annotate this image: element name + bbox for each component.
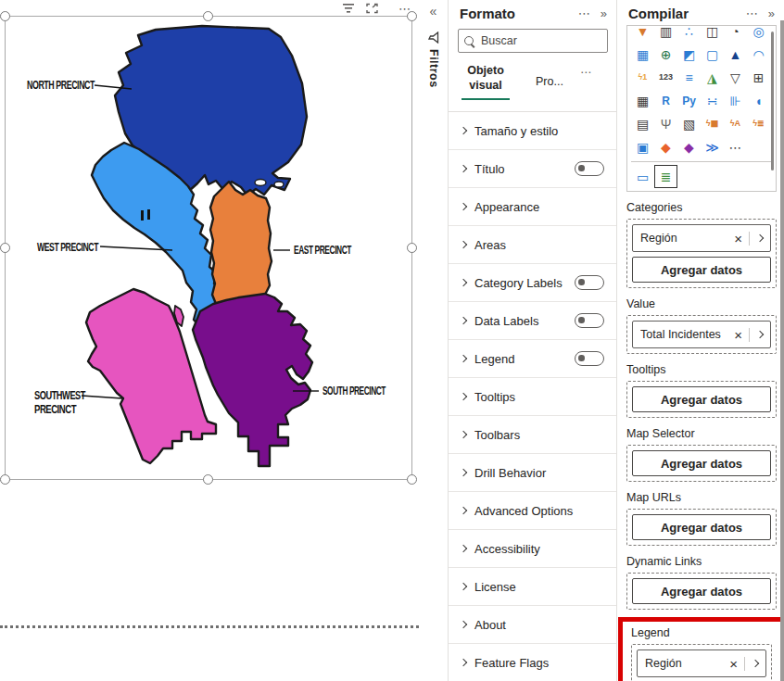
visual-icon-power-apps[interactable]: ◆ bbox=[677, 135, 701, 158]
legend-toggle[interactable] bbox=[575, 351, 604, 366]
format-section-label: Tamaño y estilo bbox=[474, 124, 604, 138]
visual-icon-smart-filter-a[interactable]: ϟA bbox=[724, 112, 747, 135]
format-section-label: Data Labels bbox=[474, 314, 575, 328]
pill-divider bbox=[749, 328, 750, 342]
region-south-precinct[interactable] bbox=[193, 294, 312, 466]
remove-field-icon[interactable]: × bbox=[729, 656, 738, 672]
chevron-right-icon bbox=[460, 621, 467, 628]
filters-pane-collapsed[interactable]: « Filtros bbox=[419, 0, 449, 681]
tab-objeto-visual[interactable]: Objeto visual bbox=[462, 64, 510, 100]
field-pill-total-incidentes[interactable]: Total Incidentes× bbox=[632, 321, 771, 348]
visual-icon-filled-map[interactable]: ◩ bbox=[677, 43, 701, 66]
field-menu-chevron-icon[interactable] bbox=[756, 234, 764, 242]
format-section-feature-flags[interactable]: Feature Flags bbox=[449, 644, 616, 681]
t-tulo-toggle[interactable] bbox=[575, 161, 604, 176]
visual-icon-matrix[interactable]: ▦ bbox=[631, 89, 654, 112]
collapse-pane-icon[interactable]: » bbox=[768, 6, 775, 20]
visual-icon-power-automate[interactable]: ≫ bbox=[701, 135, 724, 158]
search-input[interactable] bbox=[479, 33, 585, 48]
format-search-box[interactable] bbox=[458, 29, 608, 53]
visual-icon-goals[interactable]: Ψ bbox=[654, 112, 677, 135]
field-menu-chevron-icon[interactable] bbox=[756, 331, 764, 338]
legend-highlight-box: LegendRegión× bbox=[618, 617, 784, 681]
remove-field-icon[interactable]: × bbox=[734, 231, 742, 246]
visualizations-gallery: ▼▥∴◫◔◎▦⊕◩▢▲◠ϟ1123≡◮▽⊞▦RPy∺⊪◖▤Ψ▧ϟ▦ϟAϟ≣▣◆◆… bbox=[626, 25, 777, 192]
visual-icon-multi-row-card[interactable]: ≡ bbox=[677, 66, 701, 89]
field-pill-regi-n[interactable]: Región× bbox=[632, 224, 771, 252]
visual-icon-image[interactable]: ▣ bbox=[631, 135, 654, 158]
field-pill-regi-n[interactable]: Región× bbox=[637, 649, 766, 677]
visual-icon-azure-map[interactable]: ▲ bbox=[724, 43, 747, 66]
visual-icon-drill-down-map[interactable]: ◆ bbox=[654, 135, 677, 158]
collapse-pane-icon[interactable]: » bbox=[601, 6, 607, 20]
visual-icon-donut-chart[interactable]: ◎ bbox=[747, 25, 770, 43]
report-canvas[interactable]: ⋯ NORTH PREC bbox=[0, 0, 420, 681]
add-data-button[interactable]: Agregar datos bbox=[632, 386, 771, 412]
format-section-legend[interactable]: Legend bbox=[449, 340, 616, 378]
format-section-data-labels[interactable]: Data Labels bbox=[449, 302, 616, 340]
format-section-about[interactable]: About bbox=[449, 606, 616, 644]
add-data-button[interactable]: Agregar datos bbox=[632, 514, 771, 540]
format-section-label: Appearance bbox=[474, 200, 604, 214]
format-section-label: Accessibility bbox=[474, 542, 604, 556]
add-data-button[interactable]: Agregar datos bbox=[632, 257, 771, 283]
format-section-toolbars[interactable]: Toolbars bbox=[449, 416, 616, 454]
visual-icon-combo-chart[interactable]: ◫ bbox=[701, 25, 724, 43]
visual-icon-treemap[interactable]: ▦ bbox=[631, 43, 654, 66]
visual-icon-shape-map[interactable]: ▢ bbox=[701, 43, 724, 66]
visual-icon-new-card[interactable]: ϟ1 bbox=[631, 66, 654, 89]
visual-icon-gauge[interactable]: ◠ bbox=[747, 43, 770, 66]
visual-icon-python-script[interactable]: Py bbox=[677, 89, 701, 112]
visual-icon-map[interactable]: ⊕ bbox=[654, 43, 677, 66]
format-section-tama-o-y-estilo[interactable]: Tamaño y estilo bbox=[449, 112, 616, 150]
visual-icon-kpi[interactable]: ◮ bbox=[701, 66, 724, 89]
well-label-map-urls: Map URLs bbox=[626, 491, 777, 504]
format-section-drill-behavior[interactable]: Drill Behavior bbox=[449, 454, 616, 492]
build-pane-scrollbar[interactable] bbox=[780, 20, 784, 681]
visual-icon-pie-chart[interactable]: ◔ bbox=[724, 25, 747, 43]
visual-icon-slicer[interactable]: ▽ bbox=[724, 66, 747, 89]
visual-icon-card[interactable]: 123 bbox=[654, 66, 677, 89]
format-pane-more-icon[interactable]: ⋯ bbox=[578, 6, 591, 20]
visual-icon-histogram[interactable]: ▥ bbox=[654, 25, 677, 43]
tab-propiedades[interactable]: Pro... bbox=[536, 75, 563, 88]
well-label-tooltips: Tooltips bbox=[626, 363, 777, 376]
visual-icon-grid: ▼▥∴◫◔◎▦⊕◩▢▲◠ϟ1123≡◮▽⊞▦RPy∺⊪◖▤Ψ▧ϟ▦ϟAϟ≣▣◆◆… bbox=[627, 25, 774, 188]
visual-icon-decomposition-tree[interactable]: ⊪ bbox=[724, 89, 747, 112]
visual-icon-paginated-report[interactable]: ▤ bbox=[631, 112, 654, 135]
format-section-category-labels[interactable]: Category Labels bbox=[449, 264, 616, 302]
visual-icon-funnel-chart[interactable]: ▼ bbox=[631, 25, 654, 43]
visual-icon-more-visuals[interactable]: ⋯ bbox=[724, 135, 747, 158]
format-section-label: Legend bbox=[474, 352, 575, 366]
visual-icon-custom-visual-card[interactable]: ▭ bbox=[631, 165, 654, 188]
format-section-areas[interactable]: Areas bbox=[449, 226, 616, 264]
format-section-accessibility[interactable]: Accessibility bbox=[449, 530, 616, 568]
format-section-advanced-options[interactable]: Advanced Options bbox=[449, 492, 616, 530]
category-labels-toggle[interactable] bbox=[575, 275, 604, 290]
well-label-value: Value bbox=[626, 297, 777, 310]
tabs-more-icon[interactable]: ⋯ bbox=[580, 66, 592, 79]
format-section-appearance[interactable]: Appearance bbox=[449, 188, 616, 226]
add-data-button[interactable]: Agregar datos bbox=[632, 578, 771, 604]
visual-icon-synoptic-panel[interactable]: ≣ bbox=[654, 165, 677, 188]
remove-field-icon[interactable]: × bbox=[734, 327, 742, 343]
visual-icon-scatter-chart[interactable]: ∴ bbox=[677, 25, 701, 43]
visual-icon-smart-filter-grid[interactable]: ϟ▦ bbox=[701, 112, 724, 135]
visual-icon-r-script[interactable]: R bbox=[654, 89, 677, 112]
data-labels-toggle[interactable] bbox=[575, 313, 604, 328]
add-data-button[interactable]: Agregar datos bbox=[632, 450, 771, 476]
visual-icon-table[interactable]: ⊞ bbox=[747, 66, 770, 89]
visual-icon-power-bi-report[interactable]: ▧ bbox=[677, 112, 701, 135]
format-section-license[interactable]: License bbox=[449, 568, 616, 606]
visual-icon-qa[interactable]: ◖ bbox=[747, 89, 770, 112]
visual-icon-key-influencers[interactable]: ∺ bbox=[701, 89, 724, 112]
build-pane-more-icon[interactable]: ⋯ bbox=[746, 6, 759, 20]
expand-pane-icon[interactable]: « bbox=[419, 4, 448, 19]
field-menu-chevron-icon[interactable] bbox=[752, 660, 759, 667]
format-section-t-tulo[interactable]: Título bbox=[449, 150, 616, 188]
precinct-map-visual[interactable]: NORTH PRECINCT WEST PRECINCT EAST PRECIN… bbox=[0, 0, 419, 491]
chevron-right-icon bbox=[460, 279, 467, 286]
gallery-scrollbar[interactable] bbox=[771, 32, 774, 170]
visual-icon-smart-filter-list[interactable]: ϟ≣ bbox=[747, 112, 770, 135]
format-section-tooltips[interactable]: Tooltips bbox=[449, 378, 616, 416]
